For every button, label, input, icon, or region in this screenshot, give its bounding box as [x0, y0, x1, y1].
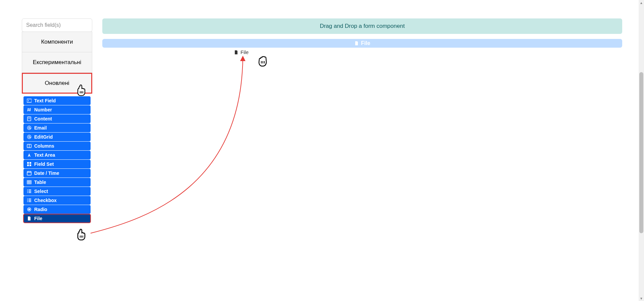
svg-rect-34: [29, 201, 31, 202]
category-experimental[interactable]: Експериментальні: [22, 52, 92, 73]
list-icon: [27, 189, 32, 194]
component-item-datetime[interactable]: Date / Time: [23, 169, 91, 178]
component-item-textfield[interactable]: Text Field: [23, 96, 91, 105]
svg-rect-14: [27, 171, 31, 175]
search-input[interactable]: [22, 18, 92, 32]
component-item-email[interactable]: Email: [23, 123, 91, 132]
drop-target-label: File: [361, 40, 370, 46]
svg-rect-27: [27, 192, 28, 193]
svg-point-6: [28, 135, 31, 139]
sidebar: Компоненти Експериментальні Оновлені Tex…: [22, 18, 92, 223]
svg-rect-26: [29, 191, 31, 192]
terminal-icon: [27, 98, 32, 103]
component-label: Text Area: [34, 152, 55, 158]
svg-rect-28: [29, 192, 31, 193]
at-icon: [27, 126, 32, 130]
drop-zone-text: Drag and Drop a form component: [320, 23, 405, 29]
component-item-fieldset[interactable]: Field Set: [23, 160, 91, 168]
drop-target-file[interactable]: File: [102, 39, 622, 48]
check-icon: [27, 198, 32, 203]
component-label: Date / Time: [34, 170, 59, 176]
file-icon: [354, 41, 359, 46]
category-label: Експериментальні: [33, 59, 82, 65]
component-item-columns[interactable]: Columns: [23, 142, 91, 150]
component-label: Select: [34, 189, 48, 194]
component-list: Text Field Number Content Email EditGrid…: [23, 96, 91, 223]
drop-zone[interactable]: Drag and Drop a form component: [102, 18, 622, 34]
component-label: Table: [34, 180, 46, 185]
drag-ghost: File: [234, 49, 249, 55]
component-label: Number: [34, 107, 52, 112]
component-item-editgrid[interactable]: EditGrid: [23, 133, 91, 141]
svg-rect-13: [30, 164, 31, 166]
svg-rect-30: [29, 199, 31, 199]
page-icon: [27, 116, 32, 121]
component-label: Email: [34, 125, 47, 131]
component-item-number[interactable]: Number: [23, 105, 91, 114]
scrollbar-thumb[interactable]: [639, 72, 643, 233]
svg-rect-23: [27, 190, 28, 190]
font-icon: [27, 153, 32, 157]
svg-rect-0: [27, 99, 32, 102]
grid-icon: [27, 162, 32, 166]
svg-point-7: [29, 136, 30, 138]
component-item-radio[interactable]: Radio: [23, 205, 91, 214]
svg-point-36: [29, 209, 30, 210]
component-item-checkbox[interactable]: Checkbox: [23, 196, 91, 205]
scrollbar-up-arrow[interactable]: ▲: [639, 0, 644, 5]
svg-rect-11: [30, 162, 31, 164]
component-item-file[interactable]: File: [23, 214, 91, 223]
category-components[interactable]: Компоненти: [22, 32, 92, 52]
table-icon: [27, 180, 32, 185]
svg-rect-12: [27, 164, 29, 166]
component-item-select[interactable]: Select: [23, 187, 91, 196]
file-icon: [234, 50, 238, 55]
category-updated[interactable]: Оновлені: [22, 73, 92, 94]
svg-rect-29: [27, 199, 28, 199]
component-item-textarea[interactable]: Text Area: [23, 151, 91, 159]
svg-rect-32: [29, 200, 31, 201]
component-item-table[interactable]: Table: [23, 178, 91, 187]
svg-rect-33: [27, 201, 28, 202]
component-label: File: [34, 216, 42, 221]
file-icon: [27, 216, 32, 221]
svg-rect-25: [27, 191, 28, 192]
calendar-icon: [27, 171, 32, 175]
svg-point-5: [29, 127, 30, 129]
component-label: Field Set: [34, 161, 54, 167]
component-label: Columns: [34, 143, 54, 149]
component-label: EditGrid: [34, 134, 53, 140]
svg-rect-31: [27, 200, 28, 201]
component-label: Radio: [34, 207, 47, 212]
drag-ghost-label: File: [240, 49, 249, 55]
component-label: Checkbox: [34, 198, 57, 203]
svg-rect-18: [27, 181, 31, 184]
svg-rect-24: [29, 190, 31, 190]
columns-icon: [27, 144, 32, 148]
scrollbar-down-arrow[interactable]: ▼: [639, 296, 644, 301]
at-icon: [27, 135, 32, 139]
main-area: Drag and Drop a form component File: [102, 18, 622, 223]
svg-point-4: [28, 126, 31, 130]
component-label: Text Field: [34, 98, 56, 103]
component-item-content[interactable]: Content: [23, 114, 91, 123]
hash-icon: [27, 107, 32, 112]
radio-icon: [27, 207, 32, 212]
category-label: Компоненти: [41, 39, 73, 45]
svg-rect-10: [27, 162, 29, 164]
component-label: Content: [34, 116, 52, 121]
category-label: Оновлені: [45, 80, 69, 86]
